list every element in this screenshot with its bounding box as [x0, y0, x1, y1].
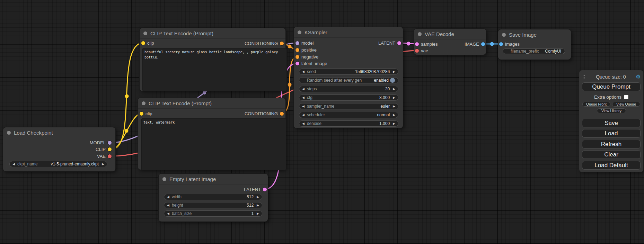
- model-port-dot[interactable]: [108, 141, 112, 145]
- conditioning-port-dot[interactable]: [295, 55, 299, 59]
- input-port-negative[interactable]: negative: [295, 54, 318, 60]
- vae-port-dot[interactable]: [108, 154, 112, 158]
- latent-port-dot[interactable]: [415, 42, 419, 46]
- node-save-image[interactable]: Save Image images filename_prefix ComfyU…: [498, 29, 571, 60]
- collapse-dot-icon[interactable]: [7, 131, 11, 135]
- decrement-icon[interactable]: ◀: [302, 96, 305, 99]
- image-port-dot[interactable]: [499, 42, 503, 46]
- output-port-conditioning[interactable]: CONDITIONING: [245, 111, 284, 116]
- node-empty-latent-image[interactable]: Empty Latent Image LATENT ◀ width 512 ▶ …: [159, 174, 268, 222]
- node-title-bar[interactable]: Load Checkpoint: [3, 127, 115, 138]
- queue-front-button[interactable]: Queue Front: [582, 102, 610, 107]
- input-port-latent-image[interactable]: latent_image: [295, 61, 327, 66]
- decrement-icon[interactable]: ◀: [302, 88, 305, 91]
- widget-denoise[interactable]: ◀ denoise 1.000 ▶: [299, 120, 398, 127]
- decrement-icon[interactable]: ◀: [167, 204, 169, 207]
- output-port-latent[interactable]: LATENT: [378, 40, 401, 46]
- widget-width[interactable]: ◀ width 512 ▶: [164, 194, 262, 200]
- load-button[interactable]: Load: [582, 129, 641, 138]
- widget-sampler-name[interactable]: ◀ sampler_name euler ▶: [299, 103, 398, 109]
- gear-icon[interactable]: ⚙: [636, 74, 641, 80]
- image-port-dot[interactable]: [481, 42, 485, 46]
- load-default-button[interactable]: Load Default: [582, 161, 641, 170]
- latent-port-dot[interactable]: [295, 62, 299, 65]
- clip-port-dot[interactable]: [140, 112, 143, 116]
- refresh-button[interactable]: Refresh: [582, 140, 641, 148]
- node-title-bar[interactable]: Empty Latent Image: [159, 174, 268, 184]
- queue-prompt-button[interactable]: Queue Prompt: [582, 82, 641, 91]
- output-port-latent[interactable]: LATENT: [244, 187, 267, 192]
- conditioning-port-dot[interactable]: [280, 112, 284, 116]
- decrement-icon[interactable]: ◀: [302, 114, 305, 117]
- input-port-positive[interactable]: positive: [295, 47, 317, 53]
- clear-button[interactable]: Clear: [582, 150, 641, 159]
- collapse-dot-icon[interactable]: [502, 33, 506, 37]
- increment-icon[interactable]: ▶: [102, 163, 104, 166]
- collapse-dot-icon[interactable]: [143, 31, 147, 35]
- decrement-icon[interactable]: ◀: [12, 163, 15, 166]
- extra-options-checkbox[interactable]: [624, 95, 628, 99]
- increment-icon[interactable]: ▶: [257, 196, 259, 199]
- collapse-dot-icon[interactable]: [162, 177, 166, 181]
- input-port-samples[interactable]: samples: [415, 41, 438, 47]
- increment-icon[interactable]: ▶: [393, 105, 395, 108]
- widget-cfg[interactable]: ◀ cfg 8.000 ▶: [299, 94, 398, 101]
- node-graph-canvas[interactable]: Load Checkpoint MODEL CLIP VAE ◀ ckpt_na…: [0, 0, 644, 244]
- decrement-icon[interactable]: ◀: [167, 196, 169, 199]
- decrement-icon[interactable]: ◀: [302, 105, 305, 108]
- decrement-icon[interactable]: ◀: [302, 70, 305, 73]
- input-port-vae[interactable]: vae: [415, 48, 428, 53]
- drag-handle-icon[interactable]: [582, 74, 586, 79]
- vae-port-dot[interactable]: [415, 49, 419, 53]
- node-vae-decode[interactable]: VAE Decode samples vae IMAGE: [414, 29, 486, 55]
- input-port-clip[interactable]: clip: [141, 40, 154, 46]
- collapse-dot-icon[interactable]: [298, 30, 301, 34]
- increment-icon[interactable]: ▶: [393, 114, 395, 117]
- increment-icon[interactable]: ▶: [393, 88, 395, 91]
- view-history-button[interactable]: View History: [597, 108, 626, 113]
- node-title-bar[interactable]: KSampler: [294, 27, 403, 38]
- collapse-dot-icon[interactable]: [418, 32, 422, 36]
- widget-seed[interactable]: ◀ seed 156680208700286 ▶: [299, 69, 398, 75]
- widget-ckpt-name[interactable]: ◀ ckpt_name v1-5-pruned-emaonly.ckpt ▶: [9, 161, 107, 167]
- node-title-bar[interactable]: CLIP Text Encode (Prompt): [140, 28, 285, 39]
- save-button[interactable]: Save: [582, 119, 641, 127]
- increment-icon[interactable]: ▶: [393, 70, 395, 73]
- model-port-dot[interactable]: [295, 41, 299, 45]
- clip-port-dot[interactable]: [108, 147, 112, 151]
- clip-port-dot[interactable]: [141, 41, 145, 45]
- node-title-bar[interactable]: CLIP Text Encode (Prompt): [138, 98, 285, 109]
- increment-icon[interactable]: ▶: [257, 212, 259, 215]
- increment-icon[interactable]: ▶: [257, 204, 259, 207]
- output-port-clip[interactable]: CLIP: [96, 146, 112, 152]
- input-port-images[interactable]: images: [499, 41, 520, 47]
- output-port-model[interactable]: MODEL: [90, 140, 112, 145]
- output-port-image[interactable]: IMAGE: [465, 41, 485, 47]
- decrement-icon[interactable]: ◀: [302, 122, 305, 125]
- prompt-textarea[interactable]: beautiful scenery nature glass bottle la…: [142, 48, 287, 91]
- view-queue-button[interactable]: View Queue: [612, 102, 640, 107]
- node-load-checkpoint[interactable]: Load Checkpoint MODEL CLIP VAE ◀ ckpt_na…: [3, 127, 115, 171]
- conditioning-port-dot[interactable]: [295, 48, 299, 52]
- increment-icon[interactable]: ▶: [393, 96, 395, 99]
- input-port-clip[interactable]: clip: [140, 111, 152, 116]
- node-ksampler[interactable]: KSampler model positive negative latent_…: [294, 27, 403, 128]
- toggle-circle-icon[interactable]: [390, 78, 395, 83]
- latent-port-dot[interactable]: [397, 41, 401, 45]
- widget-filename-prefix[interactable]: filename_prefix ComfyUI: [503, 48, 565, 54]
- widget-scheduler[interactable]: ◀ scheduler normal ▶: [299, 112, 398, 118]
- node-title-bar[interactable]: VAE Decode: [414, 29, 486, 39]
- conditioning-port-dot[interactable]: [280, 42, 284, 45]
- node-clip-text-encode-negative[interactable]: CLIP Text Encode (Prompt) clip CONDITION…: [138, 98, 285, 170]
- output-port-conditioning[interactable]: CONDITIONING: [245, 40, 284, 46]
- node-clip-text-encode-positive[interactable]: CLIP Text Encode (Prompt) clip CONDITION…: [140, 28, 285, 91]
- node-title-bar[interactable]: Save Image: [498, 29, 571, 40]
- prompt-textarea[interactable]: text, watermark: [141, 118, 286, 170]
- widget-steps[interactable]: ◀ steps 20 ▶: [299, 86, 398, 92]
- input-port-model[interactable]: model: [295, 40, 314, 46]
- increment-icon[interactable]: ▶: [393, 122, 395, 125]
- collapse-dot-icon[interactable]: [142, 101, 145, 105]
- widget-random-seed-toggle[interactable]: Random seed after every gen enabled: [299, 77, 398, 83]
- widget-batch-size[interactable]: ◀ batch_size 1 ▶: [164, 210, 262, 217]
- output-port-vae[interactable]: VAE: [97, 153, 112, 159]
